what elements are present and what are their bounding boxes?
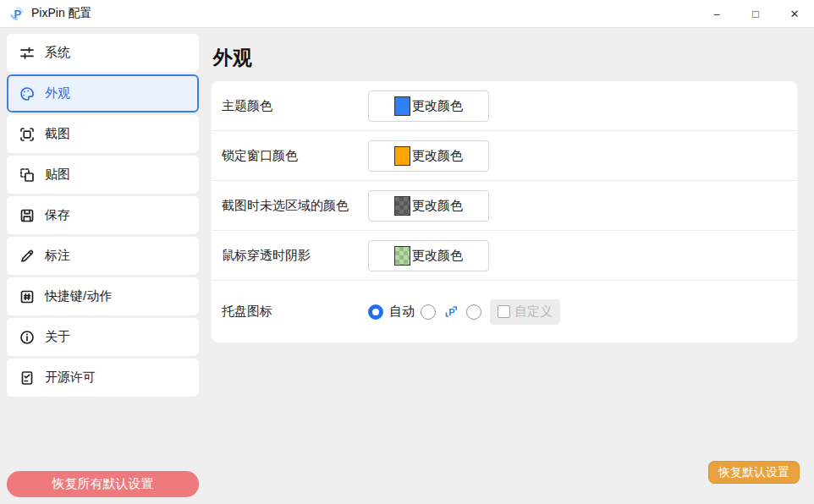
setting-row-passthrough-shadow: 鼠标穿透时阴影 更改颜色 [212,231,797,281]
change-color-button-unselected-area[interactable]: 更改颜色 [368,190,489,222]
setting-row-theme-color: 主题颜色 更改颜色 [212,81,797,131]
change-color-button-theme[interactable]: 更改颜色 [368,90,489,122]
pin-image-icon [18,166,36,184]
radio-tray-pixpin-logo[interactable] [421,304,436,320]
sidebar-item-label: 保存 [45,207,70,223]
sidebar-item-label: 系统 [45,45,70,61]
setting-label: 锁定窗口颜色 [222,148,368,164]
sidebar-item-label: 快捷键/动作 [45,288,112,304]
radio-tray-auto[interactable] [368,304,383,320]
close-button[interactable]: ✕ [775,0,814,27]
svg-text:P: P [14,8,22,20]
change-color-label: 更改颜色 [412,98,463,114]
main-content: 外观 主题颜色 更改颜色 锁定窗口颜色 更改颜色 截图时未选区域的颜色 更改颜色 [212,28,797,342]
setting-label: 主题颜色 [222,98,368,114]
pixpin-logo-icon: P [8,5,25,22]
screenshot-frame-icon [18,125,36,144]
setting-label: 托盘图标 [222,304,368,320]
sidebar-item-hotkeys[interactable]: 快捷键/动作 [7,277,199,315]
setting-row-unselected-area-color: 截图时未选区域的颜色 更改颜色 [212,181,797,231]
restore-defaults-button[interactable]: 恢复默认设置 [708,461,800,484]
change-color-button-locked-window[interactable]: 更改颜色 [368,140,489,172]
sidebar-item-licenses[interactable]: 开源许可 [7,359,199,397]
hotkey-icon [18,288,36,306]
window-controls: – □ ✕ [697,0,814,27]
custom-tray-icon-button[interactable]: 自定义 [490,299,560,325]
change-color-label: 更改颜色 [412,148,463,164]
color-swatch-blue [394,96,410,116]
sidebar-item-screenshot[interactable]: 截图 [7,115,199,153]
pencil-icon [18,247,36,266]
window-title: PixPin 配置 [31,6,92,21]
page-title: 外观 [213,46,797,69]
svg-text:P: P [448,307,454,317]
custom-tray-icon-label: 自定义 [514,304,553,320]
sidebar-item-label: 截图 [45,126,70,142]
maximize-button[interactable]: □ [736,0,775,27]
sidebar-item-annotate[interactable]: 标注 [7,237,199,275]
info-icon [18,328,36,347]
setting-label: 鼠标穿透时阴影 [222,248,368,264]
settings-card: 主题颜色 更改颜色 锁定窗口颜色 更改颜色 截图时未选区域的颜色 更改颜色 鼠标… [212,81,797,342]
change-color-button-passthrough-shadow[interactable]: 更改颜色 [368,240,489,271]
sidebar-item-label: 外观 [45,85,70,101]
palette-icon [18,85,36,103]
radio-tray-auto-label: 自动 [389,304,415,320]
sidebar-item-system[interactable]: 系统 [7,34,199,72]
sidebar-item-pin-image[interactable]: 贴图 [7,156,199,194]
radio-tray-custom[interactable] [466,304,481,320]
sidebar: 系统 外观 截图 贴图 [7,34,199,399]
sidebar-item-appearance[interactable]: 外观 [7,74,199,112]
change-color-label: 更改颜色 [412,198,463,214]
custom-checkbox-icon [498,305,510,318]
color-swatch-orange [394,146,410,166]
color-swatch-dark-checker [394,196,410,216]
color-swatch-green-checker [394,246,410,266]
sidebar-item-label: 开源许可 [45,370,96,386]
tray-icon-options: 自动 P 自定义 [368,299,560,325]
sidebar-item-label: 贴图 [45,167,70,183]
titlebar: P PixPin 配置 – □ ✕ [0,0,814,28]
license-icon [18,369,36,387]
setting-row-tray-icon: 托盘图标 自动 P 自定义 [212,281,797,342]
change-color-label: 更改颜色 [412,248,463,264]
pixpin-p-icon: P [442,303,460,321]
sidebar-item-save[interactable]: 保存 [7,196,199,234]
setting-label: 截图时未选区域的颜色 [222,198,368,214]
sidebar-item-about[interactable]: 关于 [7,318,199,356]
sidebar-item-label: 标注 [45,248,70,264]
minimize-button[interactable]: – [697,0,736,27]
setting-row-locked-window-color: 锁定窗口颜色 更改颜色 [212,131,797,181]
restore-all-defaults-button[interactable]: 恢复所有默认设置 [7,471,199,497]
sidebar-item-label: 关于 [45,329,70,345]
sliders-icon [18,44,36,63]
save-icon [18,206,36,225]
